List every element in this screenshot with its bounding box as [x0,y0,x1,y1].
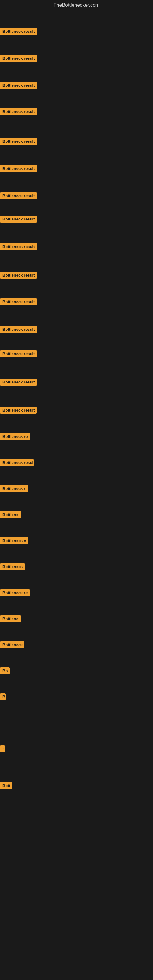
bottleneck-badge: Bottleneck result [0,28,37,35]
bottleneck-badge: B [0,694,5,700]
list-item: Bottleneck result [0,379,37,387]
list-item: Bottleneck result [0,138,37,146]
bottleneck-badge: Bottleneck result [0,82,37,89]
list-item: Bottleneck result [0,243,37,251]
bottleneck-badge: Bottleneck r [0,485,28,492]
bottleneck-badge: Bottlene [0,511,21,518]
list-item: Bottleneck [0,563,25,571]
bottleneck-badge: Bottleneck result [0,55,37,62]
list-item: Bottleneck r [0,485,28,493]
bottleneck-badge: Bott [0,782,12,789]
bottleneck-badge: Bottleneck result [0,326,37,333]
list-item: Bottleneck resul [0,459,33,467]
list-item: B [0,694,5,702]
list-item: Bottleneck re [0,433,30,441]
list-item: Bottleneck result [0,272,37,280]
bottleneck-badge: Bottlene [0,615,21,622]
list-item: Bott [0,782,12,791]
list-item: Bottleneck result [0,55,37,63]
list-item: Bottlene [0,511,21,519]
bottleneck-badge: Bottleneck result [0,165,37,172]
bottleneck-badge: Bottleneck result [0,243,37,250]
list-item: : [0,745,5,754]
list-item: Bo [0,667,10,676]
list-item: Bottleneck result [0,192,37,200]
list-item: Bottleneck n [0,537,28,546]
list-item: Bottlene [0,615,21,624]
site-title: TheBottlenecker.com [0,0,153,10]
list-item: Bottleneck result [0,298,37,307]
bottleneck-badge: : [0,745,5,752]
bottleneck-badge: Bottleneck [0,641,24,648]
bottleneck-badge: Bottleneck result [0,138,37,145]
bottleneck-badge: Bottleneck result [0,192,37,199]
list-item: Bottleneck [0,641,24,649]
bottleneck-badge: Bottleneck result [0,108,37,115]
bottleneck-badge: Bottleneck result [0,407,37,414]
list-item: Bottleneck result [0,407,37,415]
bottleneck-badge: Bottleneck result [0,272,37,279]
bottleneck-badge: Bottleneck resul [0,459,33,466]
bottleneck-badge: Bo [0,667,10,675]
bottleneck-badge: Bottleneck n [0,537,28,544]
bottleneck-badge: Bottleneck re [0,589,30,596]
list-item: Bottleneck result [0,82,37,90]
list-item: Bottleneck re [0,589,30,598]
bottleneck-badge: Bottleneck result [0,350,37,357]
list-item: Bottleneck result [0,350,37,359]
bottleneck-badge: Bottleneck result [0,298,37,305]
bottleneck-badge: Bottleneck result [0,379,37,385]
bottleneck-badge: Bottleneck [0,563,25,570]
bottleneck-badge: Bottleneck re [0,433,30,440]
list-item: Bottleneck result [0,216,37,224]
list-item: Bottleneck result [0,28,37,36]
list-item: Bottleneck result [0,326,37,334]
list-item: Bottleneck result [0,108,37,116]
list-item: Bottleneck result [0,165,37,173]
bottleneck-badge: Bottleneck result [0,216,37,223]
